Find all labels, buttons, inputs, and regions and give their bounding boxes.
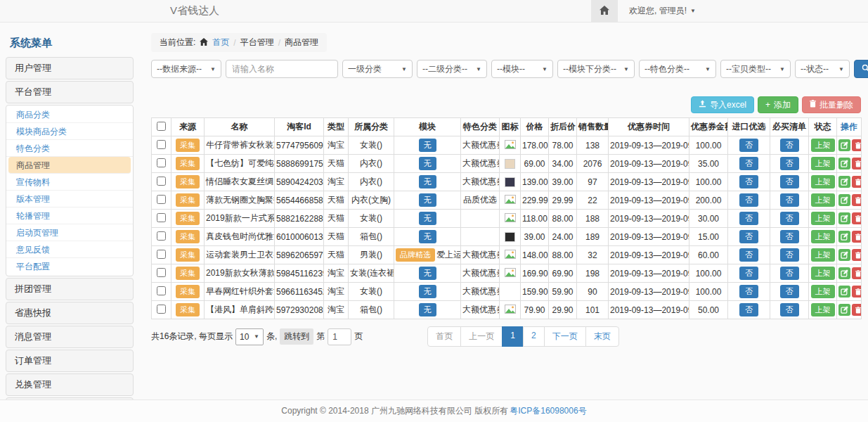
edit-button[interactable] bbox=[838, 212, 850, 224]
pager-button-1[interactable]: 1 bbox=[502, 326, 524, 347]
sidebar-group-item[interactable]: 订单管理 bbox=[6, 350, 134, 372]
jump-page-input[interactable] bbox=[328, 328, 351, 345]
delete-button[interactable] bbox=[852, 304, 862, 316]
status-toggle[interactable]: 上架 bbox=[811, 175, 835, 188]
status-toggle[interactable]: 上架 bbox=[811, 267, 835, 280]
status-toggle[interactable]: 上架 bbox=[811, 212, 835, 225]
module-badge[interactable]: 品牌精选 bbox=[396, 248, 435, 262]
edit-button[interactable] bbox=[838, 194, 850, 206]
delete-button[interactable] bbox=[852, 212, 862, 224]
filter-select[interactable]: --宝贝类型--▼ bbox=[720, 60, 791, 78]
filter-select[interactable]: --二级分类--▼ bbox=[417, 60, 487, 78]
sidebar-item-active[interactable]: 商品管理 bbox=[8, 157, 131, 174]
home-button[interactable] bbox=[591, 0, 618, 23]
row-checkbox[interactable] bbox=[157, 195, 166, 204]
filter-select[interactable]: --数据来源--▼ bbox=[151, 60, 221, 78]
status-toggle[interactable]: 上架 bbox=[811, 230, 835, 243]
pager-button-末页[interactable]: 末页 bbox=[585, 326, 619, 347]
must-buy-toggle[interactable]: 否 bbox=[780, 303, 799, 316]
row-checkbox[interactable] bbox=[157, 231, 166, 241]
filter-select[interactable]: --模块下分类--▼ bbox=[557, 60, 635, 78]
sidebar-group-item[interactable]: 省惠快报 bbox=[6, 302, 134, 324]
edit-button[interactable] bbox=[838, 176, 850, 188]
edit-button[interactable] bbox=[838, 267, 850, 279]
status-toggle[interactable]: 上架 bbox=[811, 285, 835, 298]
sidebar-group-item[interactable]: 消息管理 bbox=[6, 326, 134, 348]
module-badge[interactable]: 无 bbox=[419, 212, 436, 225]
delete-button[interactable] bbox=[852, 139, 862, 151]
sidebar-item-link[interactable]: 宣传物料 bbox=[6, 174, 133, 191]
delete-button[interactable] bbox=[852, 194, 862, 206]
select-all-checkbox[interactable] bbox=[157, 122, 166, 131]
import-select-toggle[interactable]: 否 bbox=[739, 139, 758, 152]
must-buy-toggle[interactable]: 否 bbox=[780, 248, 799, 262]
must-buy-toggle[interactable]: 否 bbox=[780, 193, 799, 207]
import-select-toggle[interactable]: 否 bbox=[739, 157, 758, 170]
module-badge[interactable]: 无 bbox=[419, 230, 436, 243]
import-select-toggle[interactable]: 否 bbox=[739, 303, 758, 316]
row-checkbox[interactable] bbox=[157, 286, 166, 295]
row-checkbox[interactable] bbox=[157, 268, 166, 277]
edit-button[interactable] bbox=[838, 304, 850, 316]
module-badge[interactable]: 无 bbox=[419, 285, 436, 298]
row-checkbox[interactable] bbox=[157, 158, 166, 167]
edit-button[interactable] bbox=[838, 139, 850, 151]
must-buy-toggle[interactable]: 否 bbox=[780, 267, 799, 280]
edit-button[interactable] bbox=[838, 249, 850, 261]
delete-button[interactable] bbox=[852, 286, 862, 298]
delete-button[interactable] bbox=[852, 158, 862, 170]
sidebar-item-link[interactable]: 轮播管理 bbox=[6, 207, 133, 224]
page-size-select[interactable]: 10 ▼ bbox=[235, 328, 264, 345]
must-buy-toggle[interactable]: 否 bbox=[780, 157, 799, 170]
status-toggle[interactable]: 上架 bbox=[811, 139, 835, 152]
pager-button-2[interactable]: 2 bbox=[523, 326, 545, 347]
filter-select[interactable]: 一级分类▼ bbox=[342, 60, 413, 78]
must-buy-toggle[interactable]: 否 bbox=[780, 139, 799, 152]
module-badge[interactable]: 无 bbox=[419, 267, 436, 280]
sidebar-item-link[interactable]: 商品分类 bbox=[6, 106, 133, 123]
sidebar-item-link[interactable]: 启动页管理 bbox=[6, 224, 133, 241]
sidebar-group-item[interactable]: 用户管理 bbox=[6, 57, 134, 79]
must-buy-toggle[interactable]: 否 bbox=[780, 285, 799, 298]
sidebar-item-link[interactable]: 版本管理 bbox=[6, 191, 133, 207]
delete-button[interactable] bbox=[852, 249, 862, 261]
import-select-toggle[interactable]: 否 bbox=[739, 248, 758, 262]
module-badge[interactable]: 无 bbox=[419, 139, 436, 152]
must-buy-toggle[interactable]: 否 bbox=[780, 212, 799, 225]
add-button[interactable]: + 添加 bbox=[758, 96, 798, 113]
status-toggle[interactable]: 上架 bbox=[811, 248, 835, 262]
status-toggle[interactable]: 上架 bbox=[811, 157, 835, 170]
icp-link[interactable]: 粤ICP备16098006号 bbox=[510, 405, 586, 417]
must-buy-toggle[interactable]: 否 bbox=[780, 230, 799, 243]
must-buy-toggle[interactable]: 否 bbox=[780, 175, 799, 188]
name-search-input[interactable] bbox=[226, 60, 338, 78]
row-checkbox[interactable] bbox=[157, 177, 166, 186]
pager-button-下一页[interactable]: 下一页 bbox=[544, 326, 586, 347]
import-select-toggle[interactable]: 否 bbox=[739, 285, 758, 298]
jump-button[interactable]: 跳转到 bbox=[280, 328, 313, 345]
row-checkbox[interactable] bbox=[157, 305, 166, 314]
sidebar-item-link[interactable]: 特色分类 bbox=[6, 140, 133, 157]
module-badge[interactable]: 无 bbox=[419, 175, 436, 188]
sidebar-group-item[interactable]: 平台管理 bbox=[6, 81, 134, 103]
edit-button[interactable] bbox=[838, 231, 850, 243]
filter-select[interactable]: --特色分类--▼ bbox=[639, 60, 716, 78]
status-toggle[interactable]: 上架 bbox=[811, 193, 835, 207]
edit-button[interactable] bbox=[838, 158, 850, 170]
import-excel-button[interactable]: 导入excel bbox=[691, 96, 754, 113]
import-select-toggle[interactable]: 否 bbox=[739, 212, 758, 225]
row-checkbox[interactable] bbox=[157, 140, 166, 149]
sidebar-item-link[interactable]: 模块商品分类 bbox=[6, 123, 133, 140]
filter-select[interactable]: --模块--▼ bbox=[491, 60, 553, 78]
module-badge[interactable]: 无 bbox=[419, 157, 436, 170]
sidebar-item-link[interactable]: 平台配置 bbox=[6, 258, 133, 275]
sidebar-group-item[interactable]: 兑换管理 bbox=[6, 373, 134, 396]
breadcrumb-home-link[interactable]: 首页 bbox=[212, 37, 229, 49]
sidebar-group-item[interactable]: 拼团管理 bbox=[6, 278, 134, 300]
user-menu[interactable]: 欢迎您, 管理员! ▼ bbox=[618, 5, 696, 17]
sidebar-item-link[interactable]: 意见反馈 bbox=[6, 241, 133, 258]
module-badge[interactable]: 无 bbox=[419, 193, 436, 207]
module-badge[interactable]: 无 bbox=[419, 303, 436, 316]
row-checkbox[interactable] bbox=[157, 213, 166, 222]
delete-button[interactable] bbox=[852, 267, 862, 279]
